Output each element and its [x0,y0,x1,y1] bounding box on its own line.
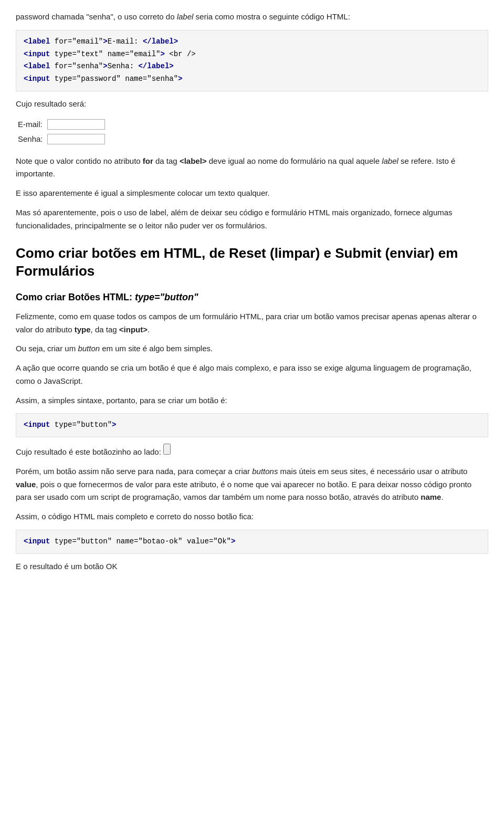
email-input[interactable] [47,119,105,130]
assim-o-codigo-paragraph: Assim, o código HTML mais completo e cor… [16,510,488,523]
code-block-2: <input type="button"> [16,413,488,437]
intro-paragraph: password chamada "senha", o uso correto … [16,11,488,24]
name-bold: name [421,492,441,501]
felizmente-paragraph: Felizmente, como em quase todos os campo… [16,310,488,337]
assim-paragraph: Assim, a simples sintaxe, portanto, para… [16,394,488,407]
sub-heading: Como criar Botões HTML: type="button" [16,290,488,305]
button-italic: button [78,344,100,353]
senha-input[interactable] [47,134,105,144]
e-o-resultado-paragraph: E o resultado é um botão OK [16,560,488,573]
form-row-email: E-mail: [16,117,107,132]
porem-paragraph: Porém, um botão assim não serve para nad… [16,465,488,504]
buttons-italic: buttons [252,467,278,476]
form-demo: E-mail: Senha: [16,117,488,146]
type-bold: type [75,325,91,334]
senha-label: Senha: [18,134,43,143]
main-heading: Como criar botões em HTML, de Reset (lim… [16,245,488,280]
note-paragraph: Note que o valor contido no atributo for… [16,155,488,181]
for-bold: for [143,156,153,165]
label-italic: label [177,12,194,21]
value-bold: value [16,480,36,489]
demo-button-empty[interactable] [163,444,171,455]
code-block-3: <input type="button" name="botao-ok" val… [16,530,488,554]
label-italic-note: label [382,156,398,165]
form-row-senha: Senha: [16,132,107,146]
ou-seja-paragraph: Ou seja, criar um button em um site é al… [16,342,488,355]
form-demo-table: E-mail: Senha: [16,117,107,146]
mas-so-paragraph: Mas só aparentemente, pois o uso de labe… [16,206,488,233]
code-block-1: <label for="email">E-mail: </label> <inp… [16,30,488,91]
e-isso-paragraph: E isso aparentemente é igual a simplesme… [16,187,488,200]
email-label: E-mail: [18,120,43,129]
input-tag-bold: <input> [119,325,148,334]
label-tag-bold: <label> [180,156,207,165]
cujo-resultado-paragraph: Cujo resultado é este botãozinho ao lado… [16,444,488,459]
cujo-resultado-label: Cujo resultado será: [16,98,488,111]
a-acao-paragraph: A ação que ocorre quando se cria um botã… [16,362,488,388]
type-button-italic: type="button" [135,292,198,302]
